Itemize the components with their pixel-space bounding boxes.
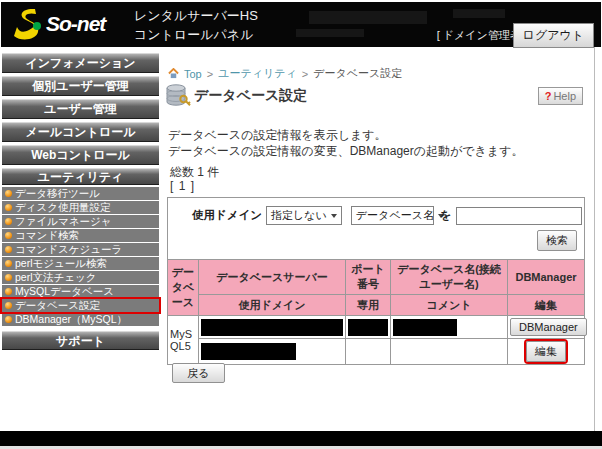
sidebar-section-web-control[interactable]: Webコントロール [2,145,159,165]
sidebar-item-label: コマンドスケジューラ [15,243,122,257]
home-icon [168,68,179,79]
breadcrumb-separator: > [302,68,308,80]
sidebar-section-user-mgmt[interactable]: ユーザー管理 [2,99,159,119]
sidebar-item-dbmanager-mysql[interactable]: DBManager（MySQL） [2,313,159,326]
domain-select[interactable]: 指定しない [266,206,342,225]
main-content: Top > ユーティリティ > データベース設定 データベース設定 ?Help … [161,47,594,431]
field-select[interactable]: データベース名 [351,206,434,225]
sidebar-item-perl-module-search[interactable]: perlモジュール検索 [2,257,159,270]
port-cell [346,316,391,339]
dbmanager-cell: DBManager [508,316,585,339]
edit-cell: 編集 [508,339,585,365]
so-net-logo-icon [11,6,45,42]
sidebar-item-label: perlモジュール検索 [15,257,107,271]
bullet-icon [5,316,12,323]
content-right-border [594,47,595,431]
app-header: So-net レンタルサーバーHS コントロールパネル [ ドメイン管理者 ] … [1,2,601,47]
keyword-input[interactable] [456,207,582,225]
sidebar: インフォメーション 個別ユーザー管理 ユーザー管理 メールコントロール Webコ… [1,53,160,353]
sidebar-item-label: perl文法チェック [15,271,97,285]
redacted-value [201,343,296,360]
sidebar-item-command-search[interactable]: コマンド検索 [2,229,159,242]
bullet-icon [5,190,12,197]
sidebar-item-label: ディスク使用量設定 [15,201,110,215]
sidebar-item-label: コマンド検索 [15,229,79,243]
bullet-icon [5,232,12,239]
breadcrumb-link-top[interactable]: Top [184,68,202,80]
database-table: 使用ドメイン 指定しない データベース名 を [167,197,585,365]
bullet-icon [5,274,12,281]
breadcrumb-separator: > [207,68,213,80]
table-row: 編集 [168,339,585,365]
domain-cell [199,339,346,365]
sidebar-section-information[interactable]: インフォメーション [2,53,159,73]
breadcrumb: Top > ユーティリティ > データベース設定 [168,66,402,81]
service-name-line1: レンタルサーバーHS [134,6,258,25]
sidebar-section-mail-control[interactable]: メールコントロール [2,122,159,142]
database-table-wrap: 使用ドメイン 指定しない データベース名 を [167,197,585,365]
pagination: [ 1 ] [170,179,195,193]
sidebar-item-data-migration[interactable]: データ移行ツール [2,187,159,200]
sidebar-item-database-settings[interactable]: データベース設定 [2,299,159,312]
sidebar-item-label: データベース設定 [15,299,100,313]
sidebar-item-disk-usage[interactable]: ディスク使用量設定 [2,201,159,214]
redacted-text [296,29,364,37]
col-header-dedicated: 専用 [346,295,391,316]
logo-text: So-net [46,12,105,36]
db-type-cell: MySQL5 [168,316,199,365]
sidebar-item-label: データ移行ツール [15,187,100,201]
back-button[interactable]: 戻る [172,363,225,383]
service-name-line2: コントロールパネル [134,25,258,44]
service-name: レンタルサーバーHS コントロールパネル [134,6,258,44]
sidebar-item-command-scheduler[interactable]: コマンドスケジューラ [2,243,159,256]
bullet-icon [5,302,12,309]
domain-filter-label: 使用ドメイン [192,208,262,223]
bullet-icon [5,246,12,253]
redacted-text [309,11,427,24]
page-root: So-net レンタルサーバーHS コントロールパネル [ ドメイン管理者 ] … [0,0,602,449]
redacted-value [201,319,343,336]
description-line2: データベースの設定情報の変更、DBManagerの起動ができます。 [168,143,523,159]
search-button[interactable]: 検索 [537,230,577,251]
redacted-text [453,9,505,18]
sidebar-item-label: DBManager（MySQL） [15,313,127,327]
server-cell [199,316,346,339]
sidebar-item-file-manager[interactable]: ファイルマネージャ [2,215,159,228]
redacted-value [348,319,388,336]
page-title: データベース設定 [194,87,307,105]
sidebar-section-individual-user-mgmt[interactable]: 個別ユーザー管理 [2,76,159,96]
help-label: Help [553,90,576,102]
col-header-edit: 編集 [508,295,585,316]
sidebar-section-utility[interactable]: ユーティリティ [2,168,159,185]
domain-select-value: 指定しない [271,208,327,223]
dbmanager-button[interactable]: DBManager [510,318,587,336]
sidebar-item-perl-syntax-check[interactable]: perl文法チェック [2,271,159,284]
col-header-port: ポート番号 [346,260,391,295]
title-row: データベース設定 [165,83,307,109]
bullet-icon [5,204,12,211]
field-select-value: データベース名 [356,208,434,223]
edit-button[interactable]: 編集 [526,341,566,362]
dbname-cell [391,316,508,339]
breadcrumb-current: データベース設定 [313,66,402,81]
database-icon [165,83,191,109]
bullet-icon [5,288,12,295]
description-line1: データベースの設定情報を表示します。 [168,127,523,143]
logout-button[interactable]: ログアウト [513,23,594,48]
dedicated-cell [346,339,391,365]
sidebar-section-support[interactable]: サポート [2,331,159,350]
col-header-server: データベースサーバー [199,260,346,295]
bullet-icon [5,218,12,225]
col-header-comment: コメント [391,295,508,316]
col-header-dbname: データベース名(接続ユーザー名) [391,260,508,295]
help-button[interactable]: ?Help [538,87,583,105]
breadcrumb-link-utility[interactable]: ユーティリティ [218,66,297,81]
sidebar-item-label: MySQLデータベース [15,285,114,299]
particle-label: を [440,208,452,223]
bullet-icon [5,260,12,267]
redacted-value [393,319,457,336]
sidebar-item-label: ファイルマネージャ [15,215,111,229]
sidebar-item-mysql-database[interactable]: MySQLデータベース [2,285,159,298]
col-header-dbmanager: DBManager [508,260,585,295]
comment-cell [391,339,508,365]
